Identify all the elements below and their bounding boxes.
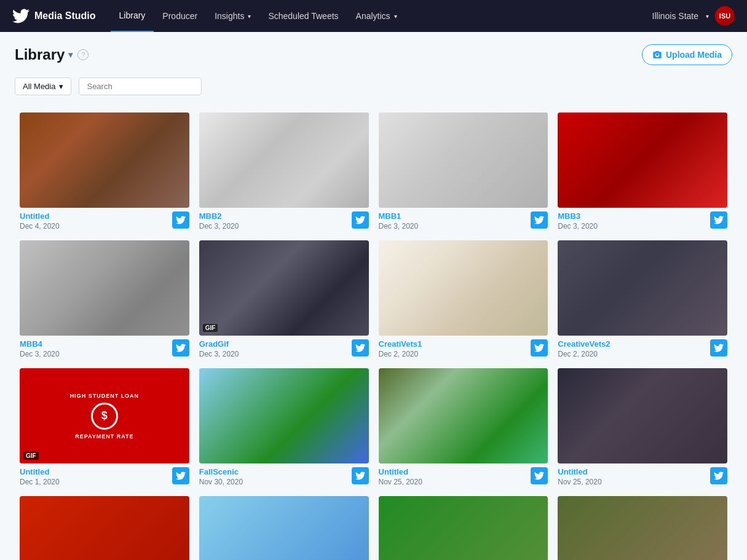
media-info: Untitled Nov 25, 2020 xyxy=(379,467,548,486)
filter-row: All Media ▾ xyxy=(15,77,732,95)
title-group: Library ▾ ? xyxy=(15,46,89,63)
media-thumbnail[interactable] xyxy=(20,240,189,336)
media-thumbnail[interactable] xyxy=(558,240,727,336)
media-tweet-button[interactable] xyxy=(531,339,548,357)
media-thumbnail-partial[interactable] xyxy=(20,496,189,560)
nav-link-analytics[interactable]: Analytics ▾ xyxy=(347,0,406,32)
media-thumbnail-partial[interactable] xyxy=(379,496,548,560)
account-switcher[interactable]: Illinois State ▾ ISU xyxy=(652,6,735,26)
media-thumbnail-partial[interactable] xyxy=(558,496,727,560)
media-name[interactable]: FallScenic xyxy=(199,467,243,476)
tweet-icon xyxy=(534,471,544,481)
media-date: Dec 3, 2020 xyxy=(558,222,598,231)
media-cell: Untitled Nov 25, 2020 xyxy=(553,363,732,491)
media-name[interactable]: MBB4 xyxy=(20,339,60,349)
media-cell: MBB2 Dec 3, 2020 xyxy=(194,108,374,235)
media-cell: Untitled Nov 25, 2020 xyxy=(374,363,553,491)
media-thumbnail[interactable] xyxy=(558,112,727,208)
media-name[interactable]: GradGif xyxy=(199,339,239,349)
analytics-dropdown-arrow: ▾ xyxy=(394,13,397,20)
media-grid: Untitled Dec 4, 2020 MBB2 Dec 3, 2020 xyxy=(15,108,732,491)
upload-media-button[interactable]: Upload Media xyxy=(642,44,732,65)
media-thumbnail[interactable] xyxy=(379,112,548,208)
tweet-icon xyxy=(176,343,186,353)
media-thumbnail[interactable] xyxy=(379,368,548,463)
avatar: ISU xyxy=(715,6,735,26)
media-thumbnail[interactable] xyxy=(199,368,369,463)
media-tweet-button[interactable] xyxy=(710,339,727,357)
media-cell-partial xyxy=(15,491,194,560)
media-tweet-button[interactable] xyxy=(172,467,189,484)
insights-dropdown-arrow: ▾ xyxy=(248,13,251,20)
media-name[interactable]: Untitled xyxy=(379,467,422,476)
media-thumbnail[interactable] xyxy=(199,112,369,208)
media-name[interactable]: CreativeVets2 xyxy=(558,339,610,349)
media-info: GradGif Dec 3, 2020 xyxy=(199,339,369,358)
media-tweet-button[interactable] xyxy=(352,211,369,229)
media-date: Nov 25, 2020 xyxy=(558,478,601,486)
media-cell: FallScenic Nov 30, 2020 xyxy=(194,363,374,491)
search-input[interactable] xyxy=(79,77,202,95)
media-date: Dec 2, 2020 xyxy=(558,350,610,358)
media-name[interactable]: MBB1 xyxy=(379,211,419,221)
nav-link-library[interactable]: Library xyxy=(111,0,154,32)
nav-link-producer[interactable]: Producer xyxy=(154,0,206,32)
media-thumbnail[interactable] xyxy=(379,240,548,336)
media-cell-partial xyxy=(194,491,374,560)
media-thumbnail[interactable]: GIF xyxy=(199,240,369,336)
media-cell: MBB1 Dec 3, 2020 xyxy=(374,108,553,235)
media-date: Nov 25, 2020 xyxy=(379,478,422,486)
page-header: Library ▾ ? Upload Media xyxy=(15,44,732,65)
media-info: MBB1 Dec 3, 2020 xyxy=(379,211,548,231)
tweet-icon xyxy=(176,215,186,225)
media-tweet-button[interactable] xyxy=(710,211,727,229)
tweet-icon xyxy=(355,471,365,481)
media-filter-button[interactable]: All Media ▾ xyxy=(15,77,71,95)
tweet-icon xyxy=(714,343,724,353)
media-tweet-button[interactable] xyxy=(352,339,369,357)
media-thumbnail[interactable] xyxy=(20,112,189,208)
media-name[interactable]: Untitled xyxy=(20,211,60,221)
media-name[interactable]: MBB3 xyxy=(558,211,598,221)
tweet-icon xyxy=(176,471,186,481)
page-title: Library ▾ xyxy=(15,46,73,63)
twitter-bird-icon xyxy=(12,7,30,25)
brand-logo[interactable]: Media Studio xyxy=(12,7,96,25)
media-name[interactable]: Untitled xyxy=(558,467,601,476)
tweet-icon xyxy=(355,343,365,353)
media-info: CreativeVets2 Dec 2, 2020 xyxy=(558,339,727,358)
media-tweet-button[interactable] xyxy=(531,467,548,484)
media-tweet-button[interactable] xyxy=(710,467,727,484)
tweet-icon xyxy=(534,343,544,353)
media-info: Untitled Nov 25, 2020 xyxy=(558,467,727,486)
media-thumbnail[interactable]: HIGH STUDENT LOAN $ REPAYMENT RATE GIF xyxy=(20,368,189,463)
media-tweet-button[interactable] xyxy=(172,339,189,357)
bottom-row xyxy=(15,491,732,560)
media-cell: HIGH STUDENT LOAN $ REPAYMENT RATE GIF U… xyxy=(15,363,194,491)
media-date: Nov 30, 2020 xyxy=(199,478,243,486)
media-date: Dec 1, 2020 xyxy=(20,478,60,486)
media-date: Dec 3, 2020 xyxy=(379,222,419,231)
media-tweet-button[interactable] xyxy=(172,211,189,229)
media-thumbnail[interactable] xyxy=(558,368,727,463)
navigation-bar: Media Studio Library Producer Insights ▾… xyxy=(0,0,747,32)
help-icon[interactable]: ? xyxy=(77,49,89,60)
media-tweet-button[interactable] xyxy=(352,467,369,484)
library-dropdown-arrow[interactable]: ▾ xyxy=(68,50,73,60)
media-name[interactable]: MBB2 xyxy=(199,211,239,221)
account-name: Illinois State xyxy=(652,11,698,21)
media-date: Dec 3, 2020 xyxy=(20,350,60,358)
tweet-icon xyxy=(355,215,365,225)
media-name[interactable]: Untitled xyxy=(20,467,60,476)
tweet-icon xyxy=(714,215,724,225)
media-cell-partial xyxy=(553,491,732,560)
media-info: MBB3 Dec 3, 2020 xyxy=(558,211,727,231)
media-tweet-button[interactable] xyxy=(531,211,548,229)
media-name[interactable]: CreatiVets1 xyxy=(379,339,422,349)
nav-link-insights[interactable]: Insights ▾ xyxy=(206,0,259,32)
media-date: Dec 3, 2020 xyxy=(199,222,239,231)
nav-link-scheduled-tweets[interactable]: Scheduled Tweets xyxy=(259,0,347,32)
media-date: Dec 4, 2020 xyxy=(20,222,60,231)
gif-badge: GIF xyxy=(23,452,39,460)
media-thumbnail-partial[interactable] xyxy=(199,496,369,560)
